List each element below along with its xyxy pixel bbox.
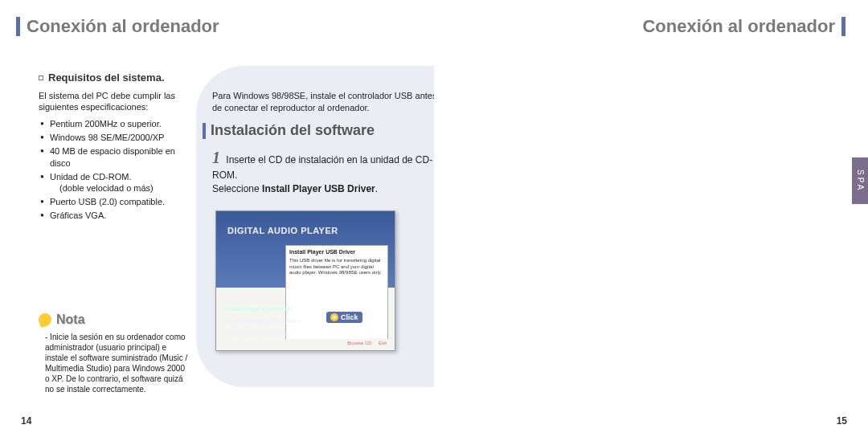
header-right: Conexión al ordenador — [434, 14, 868, 39]
menu-item-multimedia-studio[interactable]: Install Multimedia Studio — [226, 330, 300, 336]
menu-item-usb-driver[interactable]: Install Player USB Driver — [226, 306, 300, 312]
step-subtext-bold: Install Player USB Driver — [262, 183, 375, 194]
req-item: 40 MB de espacio disponible en disco — [40, 145, 187, 170]
req-item: Windows 98 SE/ME/2000/XP — [40, 132, 187, 144]
page-number-left: 14 — [21, 415, 31, 427]
step-subtext-post: . — [375, 183, 378, 194]
page-number-right: 15 — [837, 415, 847, 427]
page-left: Conexión al ordenador Requisitos del sis… — [0, 0, 434, 433]
section-title: Instalación del software — [211, 122, 375, 139]
installer-menu: Install Player USB Driver Install Samsun… — [226, 306, 300, 342]
page-right: Conexión al ordenador SPA 15 — [434, 0, 868, 433]
step-number: 1 — [212, 149, 220, 166]
step-1: 1 Inserte el CD de instalación en la uni… — [212, 146, 453, 196]
install-box-text: This USB driver file is for transfering … — [289, 258, 384, 276]
header-bar-icon — [841, 17, 845, 36]
header-bar-icon — [16, 17, 20, 36]
click-callout: Click — [326, 312, 362, 323]
install-info-box: Install Player USB Driver This USB drive… — [285, 245, 388, 341]
req-item: Puerto USB (2.0) compatible. — [40, 196, 187, 208]
req-title: Requisitos del sistema. — [48, 71, 165, 85]
lightbulb-icon — [37, 312, 54, 329]
brand-label: DIGITAL AUDIO PLAYER — [227, 226, 338, 235]
step-text: Inserte el CD de instalación en la unida… — [212, 154, 432, 181]
system-requirements: Requisitos del sistema. El sistema del P… — [39, 71, 187, 223]
usb-note: Para Windows 98/98SE, instale el control… — [212, 90, 445, 114]
page-title-right: Conexión al ordenador — [642, 16, 835, 37]
req-item: Pentium 200MHz o superior. — [40, 118, 187, 130]
exit-link[interactable]: Exit — [379, 341, 387, 345]
installer-menu-screenshot: DIGITAL AUDIO PLAYER Install Player USB … — [215, 210, 395, 351]
nota-head: Nota — [39, 312, 191, 329]
section-bar-icon — [203, 123, 206, 139]
req-list: Pentium 200MHz o superior. Windows 98 SE… — [39, 118, 187, 222]
browse-cd-link[interactable]: Browse CD — [347, 341, 371, 345]
page-title-left: Conexión al ordenador — [27, 16, 219, 37]
req-item: Gráficas VGA. — [40, 210, 187, 222]
nota-text: - Inicie la sesión en su ordenador como … — [39, 332, 191, 394]
installer-bottom-bar: Browse CD Exit — [216, 339, 395, 350]
pointer-icon — [330, 313, 338, 321]
menu-item-music-studio[interactable]: Install Samsung Music Studio — [226, 318, 300, 324]
language-tab: SPA — [852, 157, 868, 204]
nota-label: Nota — [56, 312, 85, 329]
header-left: Conexión al ordenador — [0, 14, 434, 39]
section-header: Instalación del software — [203, 122, 375, 139]
req-intro: El sistema del PC debe cumplir las sigui… — [39, 90, 187, 114]
nota-block: Nota - Inicie la sesión en su ordenador … — [39, 312, 191, 394]
req-item: Unidad de CD-ROM. (doble velocidad o más… — [40, 171, 187, 195]
step-subtext-pre: Seleccione — [212, 183, 260, 194]
install-box-title: Install Player USB Driver — [289, 249, 384, 255]
req-title-row: Requisitos del sistema. — [39, 71, 187, 85]
page-spread: Conexión al ordenador Requisitos del sis… — [0, 0, 868, 433]
square-bullet-icon — [39, 76, 43, 80]
